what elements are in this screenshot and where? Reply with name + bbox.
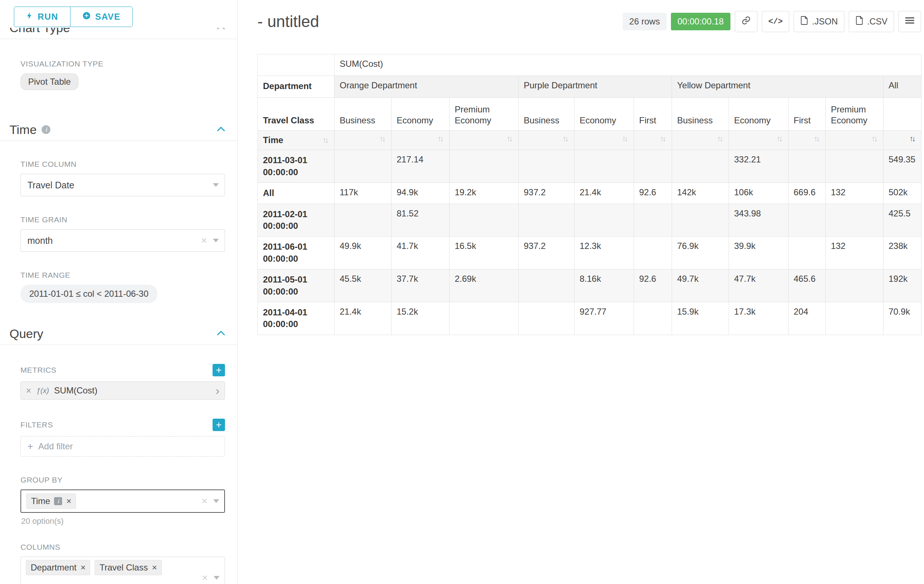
time-grain-label: TIME GRAIN — [20, 216, 225, 224]
sort-header[interactable]: ↑↓ — [729, 131, 789, 150]
columns-tag[interactable]: Department × — [26, 560, 90, 575]
pivot-cell: 16.5k — [450, 237, 519, 269]
chart-title[interactable]: - untitled — [257, 12, 319, 31]
column-header-empty — [883, 98, 921, 131]
run-button[interactable]: RUN — [14, 7, 70, 26]
pivot-cell: 81.52 — [391, 204, 450, 237]
pivot-cell: 45.5k — [335, 269, 391, 302]
sort-header-row: Time ↑↓ ↑↓ ↑↓ ↑↓ ↑↓ ↑↓ ↑↓ ↑↓ ↑↓ ↑↓ ↑↓ ↑↓ — [258, 131, 921, 150]
sidebar-toolbar: RUN SAVE — [0, 0, 238, 28]
viz-type-pill[interactable]: Pivot Table — [20, 73, 79, 90]
file-icon — [800, 16, 808, 27]
chart-header: - untitled 26 rows 00:00:00.18 </> .JSON — [257, 0, 921, 34]
metric-item[interactable]: × ƒ(x) SUM(Cost) › — [20, 382, 225, 400]
sort-header[interactable]: ↑↓ — [519, 131, 574, 150]
time-sort-header[interactable]: Time ↑↓ — [258, 131, 335, 150]
table-row: 2011-04-01 00:00:00 21.4k 15.2k 927.77 1… — [258, 302, 921, 335]
column-group-header: All — [883, 76, 921, 98]
pivot-cell — [574, 204, 634, 237]
row-label: 2011-05-01 00:00:00 — [258, 269, 335, 302]
sort-header[interactable]: ↑↓ — [634, 131, 672, 150]
sort-icon: ↑↓ — [507, 134, 513, 143]
sort-header[interactable]: ↑↓ — [335, 131, 391, 150]
pivot-cell — [335, 204, 391, 237]
pivot-cell: 132 — [826, 237, 883, 269]
sort-header[interactable]: ↑↓ — [391, 131, 450, 150]
table-row: 2011-03-01 00:00:00 217.14 332.21 549.35 — [258, 150, 921, 183]
columns-select[interactable]: Department × Travel Class × × — [20, 557, 225, 584]
columns-tag[interactable]: Travel Class × — [95, 560, 162, 575]
travel-class-header-row: Travel Class Business Economy Premium Ec… — [258, 98, 921, 131]
row-label: 2011-03-01 00:00:00 — [258, 150, 335, 183]
chevron-up-icon[interactable] — [217, 330, 225, 337]
info-icon[interactable]: i — [42, 125, 50, 134]
pivot-cell: 39.9k — [729, 237, 789, 269]
add-filter-plus-button[interactable]: + — [213, 419, 225, 431]
sidebar-scroll-area[interactable]: Chart Type VISUALIZATION TYPE Pivot Tabl… — [0, 20, 238, 584]
time-column-select[interactable]: Travel Date — [20, 174, 225, 196]
code-icon: </> — [769, 17, 783, 26]
pivot-cell: 21.4k — [574, 183, 634, 204]
pivot-cell — [789, 204, 826, 237]
sort-icon: ↑↓ — [776, 134, 783, 143]
section-time[interactable]: Time i — [0, 122, 238, 137]
sort-header[interactable]: ↑↓ — [789, 131, 826, 150]
chevron-right-icon[interactable]: › — [216, 385, 219, 396]
sort-icon: ↑↓ — [717, 134, 723, 143]
pivot-table: SUM(Cost) Department Orange Department P… — [257, 54, 921, 335]
pivot-cell: 41.7k — [391, 237, 450, 269]
pivot-cell — [634, 237, 672, 269]
pivot-cell: 332.21 — [729, 150, 789, 183]
clear-icon[interactable]: × — [202, 572, 208, 583]
sort-header[interactable]: ↑↓ — [450, 131, 519, 150]
menu-button[interactable] — [898, 11, 921, 32]
remove-metric-icon[interactable]: × — [26, 385, 31, 396]
caret-down-icon — [213, 239, 219, 242]
pivot-cell — [634, 302, 672, 335]
sort-header[interactable]: ↑↓ — [574, 131, 634, 150]
chart-area: - untitled 26 rows 00:00:00.18 </> .JSON — [238, 0, 924, 584]
save-button[interactable]: SAVE — [70, 7, 132, 26]
share-link-button[interactable] — [735, 11, 757, 32]
chevron-up-icon[interactable] — [217, 126, 225, 133]
pivot-cell: 132 — [826, 183, 883, 204]
pivot-cell — [826, 150, 883, 183]
remove-tag-icon[interactable]: × — [66, 497, 71, 505]
section-query[interactable]: Query — [0, 326, 238, 341]
pivot-cell: 937.2 — [519, 183, 574, 204]
column-group-header: Yellow Department — [672, 76, 883, 98]
column-header: Business — [672, 98, 729, 131]
sort-header[interactable]: ↑↓ — [672, 131, 729, 150]
pivot-cell: 92.6 — [634, 183, 672, 204]
file-icon — [855, 16, 863, 27]
pivot-cell: 17.3k — [729, 302, 789, 335]
export-json-button[interactable]: .JSON — [794, 11, 845, 32]
export-csv-button[interactable]: .CSV — [849, 11, 894, 32]
sort-icon: ↑↓ — [871, 134, 878, 143]
pivot-cell: 15.9k — [672, 302, 729, 335]
clear-icon[interactable]: × — [201, 235, 207, 246]
remove-tag-icon[interactable]: × — [80, 563, 86, 572]
group-by-options-count: 20 option(s) — [21, 517, 238, 526]
group-by-select[interactable]: Time i × × — [20, 489, 225, 513]
pivot-cell: 549.35 — [883, 150, 921, 183]
sort-header[interactable]: ↑↓ — [883, 131, 921, 150]
time-range-pill[interactable]: 2011-01-01 ≤ col < 2011-06-30 — [20, 285, 157, 303]
column-info-icon: i — [54, 497, 62, 505]
add-metric-button[interactable]: + — [213, 364, 225, 376]
time-grain-select[interactable]: month × — [20, 229, 225, 252]
pivot-cell: 502k — [883, 183, 921, 204]
sort-icon: ↑↓ — [437, 134, 444, 143]
sort-header[interactable]: ↑↓ — [826, 131, 883, 150]
department-header: Department — [258, 76, 335, 98]
remove-tag-icon[interactable]: × — [152, 563, 157, 572]
viz-type-label: VISUALIZATION TYPE — [20, 59, 225, 68]
filters-label: FILTERS — [20, 421, 53, 429]
embed-code-button[interactable]: </> — [762, 11, 790, 32]
table-row: 2011-06-01 00:00:00 49.9k 41.7k 16.5k 93… — [258, 237, 921, 269]
add-filter-button[interactable]: + Add filter — [20, 436, 225, 457]
pivot-cell: 49.9k — [335, 237, 391, 269]
clear-icon[interactable]: × — [201, 496, 208, 506]
group-by-tag[interactable]: Time i × — [26, 494, 76, 509]
pivot-cell: 425.5 — [883, 204, 921, 237]
